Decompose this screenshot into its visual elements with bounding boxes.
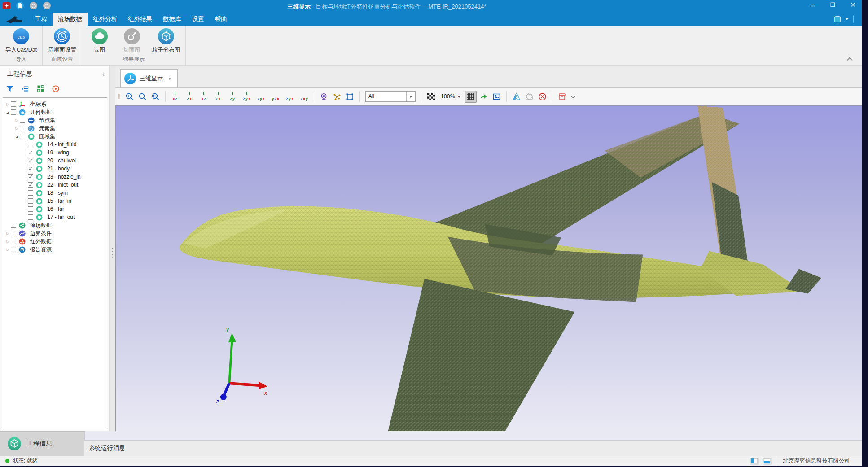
view-orientation-icon-6[interactable]: zyx	[241, 91, 253, 102]
tree-item-checkbox[interactable]	[28, 190, 33, 196]
project-panel-selector[interactable]: 工程信息	[0, 431, 84, 456]
tree-expander-icon[interactable]: ▷	[5, 102, 11, 106]
zoom-in-icon[interactable]	[123, 91, 136, 103]
view-orientation-icon-8[interactable]: yzx	[270, 91, 281, 102]
display-filter-combobox[interactable]: All	[365, 91, 416, 102]
view-orientation-icon-7[interactable]: zyx	[255, 91, 267, 102]
tree-expander-icon[interactable]: ◢	[5, 110, 11, 114]
tree-item-checkbox[interactable]	[20, 134, 25, 139]
tree-item-checkbox[interactable]	[28, 206, 33, 212]
save-archive-icon[interactable]	[556, 91, 568, 103]
view-orientation-icon-4[interactable]: zx	[212, 91, 224, 102]
zoom-fit-icon[interactable]	[149, 91, 162, 103]
tree-item[interactable]: ✓21 - body	[3, 165, 107, 173]
maximize-button[interactable]	[830, 2, 835, 7]
new-document-button[interactable]	[16, 2, 24, 9]
combobox-dropdown-button[interactable]	[406, 92, 415, 101]
tree-item[interactable]: ✓19 - wing	[3, 148, 107, 157]
app-menu-button[interactable]	[3, 2, 10, 9]
filter-icon[interactable]	[5, 84, 14, 93]
export-arrow-icon[interactable]	[478, 91, 490, 103]
view-orientation-icon-2[interactable]: zx	[184, 91, 195, 102]
tree-item[interactable]: ▷坐标系	[3, 100, 107, 108]
grid-view-icon[interactable]	[36, 84, 45, 93]
transparency-icon[interactable]	[425, 91, 437, 103]
menubar-caret-icon[interactable]	[845, 18, 849, 20]
tree-item[interactable]: 14 - int_fluid	[3, 140, 107, 148]
panel-collapse-icon[interactable]: ‹	[102, 70, 105, 78]
tree-item-checkbox[interactable]	[11, 101, 16, 107]
tab-close-icon[interactable]: ×	[168, 75, 172, 82]
tree-item-checkbox[interactable]	[11, 231, 16, 236]
tree-item-checkbox[interactable]	[28, 142, 33, 147]
3d-viewport[interactable]: y x z	[115, 105, 862, 431]
tree-item[interactable]: ▷红外数据	[3, 237, 107, 245]
tree-item[interactable]: 18 - sym	[3, 189, 107, 197]
tree-item-checkbox[interactable]	[11, 109, 16, 115]
mesh-grid-toggle[interactable]	[465, 91, 477, 103]
ribbon-button-cas[interactable]: cas导入Cas/Dat	[4, 27, 38, 55]
tree-item[interactable]: ✓22 - inlet_out	[3, 181, 107, 189]
undo-button[interactable]	[30, 2, 37, 9]
tree-item[interactable]: 17 - far_out	[3, 213, 107, 221]
tree-expander-icon[interactable]: ▷	[5, 248, 11, 252]
tree-item[interactable]: ✓23 - nozzle_in	[3, 173, 107, 181]
tree-item[interactable]: ◢面域集	[3, 132, 107, 140]
box-select-icon[interactable]	[344, 91, 356, 103]
zoom-out-icon[interactable]	[136, 91, 149, 103]
tree-item[interactable]: ✓20 - chuiwei	[3, 157, 107, 165]
view-orientation-icon-3[interactable]: xz	[198, 91, 210, 102]
menu-item-6[interactable]: 帮助	[210, 13, 232, 26]
tree-item[interactable]: ▷节点集	[3, 116, 107, 124]
quick-panel-icon[interactable]	[834, 16, 841, 22]
menu-item-3[interactable]: 红外结果	[123, 13, 158, 26]
tree-item[interactable]: 16 - far	[3, 205, 107, 213]
ribbon-button-cloud[interactable]: 云图	[87, 27, 113, 55]
probe-icon[interactable]	[318, 91, 330, 103]
tree-item-checkbox[interactable]: ✓	[28, 150, 33, 155]
menu-item-1[interactable]: 流场数据	[53, 13, 88, 26]
tree-item-checkbox[interactable]	[20, 118, 25, 123]
menu-item-0[interactable]: 工程	[30, 13, 53, 26]
collapse-list-icon[interactable]	[21, 84, 30, 93]
view-orientation-icon-5[interactable]: zy	[227, 91, 238, 102]
snapshot-icon[interactable]	[491, 91, 503, 103]
close-button[interactable]	[850, 2, 855, 7]
mirror-icon[interactable]	[510, 91, 522, 103]
smooth-region-icon[interactable]	[523, 91, 535, 103]
save-dropdown-chevron-icon[interactable]	[571, 92, 575, 100]
tree-item-checkbox[interactable]	[28, 214, 33, 220]
tree-item-checkbox[interactable]	[20, 126, 25, 131]
menu-item-2[interactable]: 红外分析	[88, 13, 123, 26]
redo-button[interactable]	[43, 2, 51, 9]
view-orientation-icon-1[interactable]: xz	[169, 91, 181, 102]
tree-item[interactable]: ▷报告资源	[3, 245, 107, 253]
tree-item[interactable]: ▷边界条件	[3, 229, 107, 237]
zoom-level-dropdown[interactable]: 100%	[438, 93, 464, 100]
clear-view-icon[interactable]	[536, 91, 548, 103]
tree-expander-icon[interactable]: ◢	[14, 135, 20, 139]
tree-item-checkbox[interactable]	[11, 223, 16, 228]
view-orientation-icon-10[interactable]: zxy	[298, 91, 310, 102]
locate-target-icon[interactable]	[51, 84, 60, 93]
view-orientation-icon-9[interactable]: zyx	[284, 91, 296, 102]
ribbon-button-particle[interactable]: 粒子分布图	[151, 27, 181, 55]
tree-item-checkbox[interactable]	[11, 239, 16, 244]
tree-item-checkbox[interactable]: ✓	[28, 158, 33, 163]
layout-toggle-bottom-icon[interactable]	[763, 458, 772, 465]
menu-item-4[interactable]: 数据库	[158, 13, 187, 26]
tab-3d-view[interactable]: 三维显示 ×	[120, 69, 178, 87]
tree-item[interactable]: ▷元素集	[3, 124, 107, 132]
minimize-button[interactable]	[810, 2, 815, 7]
tree-item-checkbox[interactable]: ✓	[28, 182, 33, 188]
tree-item-checkbox[interactable]: ✓	[28, 166, 33, 171]
particles-icon[interactable]	[331, 91, 343, 103]
tree-expander-icon[interactable]: ▷	[14, 127, 20, 131]
panel-splitter[interactable]	[110, 66, 115, 431]
tree-item[interactable]: ◢几何数据	[3, 108, 107, 116]
menu-item-5[interactable]: 设置	[187, 13, 210, 26]
tree-expander-icon[interactable]: ▷	[14, 118, 20, 122]
tree-item-checkbox[interactable]: ✓	[28, 174, 33, 179]
tree-item[interactable]: 流场数据	[3, 221, 107, 229]
tree-item-checkbox[interactable]	[11, 247, 16, 252]
